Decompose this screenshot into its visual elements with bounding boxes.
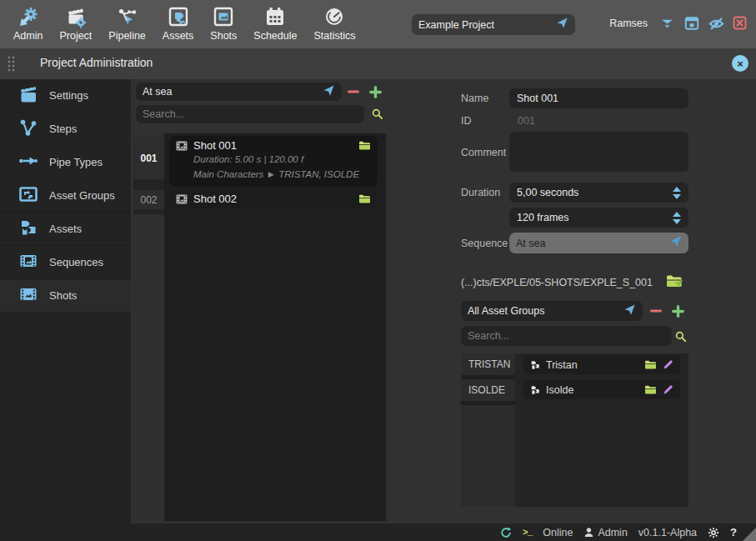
edit-pencil-icon[interactable] xyxy=(663,384,673,395)
duration-seconds-spinner[interactable]: 5,00 seconds xyxy=(509,183,688,203)
asset-row-id: ISOLDE xyxy=(461,379,515,401)
spinner-arrows[interactable] xyxy=(673,212,681,224)
statistics-icon xyxy=(323,5,346,28)
unassign-asset-button[interactable] xyxy=(646,302,666,320)
spin-up-icon[interactable] xyxy=(673,212,681,217)
shot-row-id: 001 xyxy=(133,138,164,179)
add-shot-button[interactable] xyxy=(365,81,385,103)
comment-label: Comment xyxy=(461,147,506,158)
id-label: ID xyxy=(461,115,472,127)
shot-folder-path: (...)cts/EXPLE/05-SHOTS/EXPLE_S_001 xyxy=(461,277,653,288)
assigned-assets-table[interactable]: TRISTAN ISOLDE Tristan Isolde xyxy=(461,353,688,507)
toolbar-right-cluster: Ramses xyxy=(609,16,748,31)
hide-to-tray-icon[interactable] xyxy=(684,16,699,31)
statistics-button-label: Statistics xyxy=(313,30,355,42)
asset-search-input[interactable] xyxy=(461,326,672,346)
asset-card-tristan[interactable]: Tristan xyxy=(523,355,680,374)
open-folder-icon[interactable] xyxy=(358,140,371,151)
asset-group-filter-combo[interactable]: All Asset Groups xyxy=(461,301,643,321)
user-menu-chevron-icon[interactable] xyxy=(660,16,675,31)
spin-down-icon[interactable] xyxy=(673,219,681,224)
ramses-window: Admin Project Pipeline xyxy=(0,0,756,541)
sidebar-item-settings[interactable]: Settings xyxy=(0,79,131,113)
asset-puzzle-icon xyxy=(530,360,540,370)
open-path-folder-icon[interactable] xyxy=(665,273,683,289)
shot-search-input[interactable] xyxy=(136,105,364,123)
sidebar-item-shots[interactable]: Shots xyxy=(0,279,131,313)
sidebar-item-label: Shots xyxy=(49,289,77,302)
sidebar-item-asset-groups[interactable]: Asset Groups xyxy=(0,179,131,213)
statistics-button[interactable]: Statistics xyxy=(305,3,363,43)
spin-down-icon[interactable] xyxy=(673,194,681,199)
hide-ui-eye-slash-icon[interactable] xyxy=(708,16,723,31)
console-button[interactable]: >_ xyxy=(523,528,532,538)
project-selector-value: Example Project xyxy=(418,19,556,31)
schedule-button[interactable]: Schedule xyxy=(245,3,305,43)
combo-cursor-icon xyxy=(556,17,568,33)
dock-close-button[interactable]: × xyxy=(732,55,748,72)
asset-id-column: TRISTAN ISOLDE xyxy=(461,353,515,507)
user-menu-label[interactable]: Ramses xyxy=(609,18,648,29)
row-gap xyxy=(133,179,164,190)
sequence-combo[interactable]: At sea xyxy=(509,233,688,253)
edit-pencil-icon[interactable] xyxy=(663,359,673,370)
sidebar-item-pipe-types[interactable]: Pipe Types xyxy=(0,146,131,179)
online-status[interactable]: Online xyxy=(543,527,573,538)
shot-title: Shot 001 xyxy=(193,139,353,152)
asset-puzzle-icon xyxy=(530,385,540,395)
comment-textarea[interactable] xyxy=(509,132,688,172)
help-button[interactable]: ? xyxy=(730,526,737,538)
toolbar-buttons: Admin Project Pipeline xyxy=(5,3,363,43)
duration-frames-spinner[interactable]: 120 frames xyxy=(509,208,688,228)
assign-asset-button[interactable] xyxy=(668,300,688,322)
assets-button[interactable]: Assets xyxy=(154,3,203,43)
sidebar-item-steps[interactable]: Steps xyxy=(0,113,131,146)
settings-gear-icon[interactable] xyxy=(708,527,719,538)
asset-card-isolde[interactable]: Isolde xyxy=(523,380,680,399)
admin-button[interactable]: Admin xyxy=(5,3,51,43)
shot-id-column: 001 002 xyxy=(133,133,164,521)
duration-seconds-value: 5,00 seconds xyxy=(517,187,673,198)
row-gap xyxy=(461,401,515,405)
sidebar-item-label: Pipe Types xyxy=(49,156,103,168)
quit-app-icon[interactable] xyxy=(733,16,748,31)
sidebar-item-sequences[interactable]: Sequences xyxy=(0,246,131,279)
project-button[interactable]: Project xyxy=(51,3,100,43)
app-version: v0.1.1-Alpha xyxy=(638,527,697,538)
user-icon xyxy=(583,527,594,538)
combo-cursor-icon xyxy=(669,235,682,251)
sidebar-item-label: Assets xyxy=(49,223,82,235)
main-toolbar: Admin Project Pipeline xyxy=(0,0,756,48)
shot-detail-panel: Name ID 001 Comment Duration 5,00 second… xyxy=(450,79,756,523)
shots-button[interactable]: Shots xyxy=(202,3,245,43)
duration-label: Duration xyxy=(461,187,500,198)
current-user-name: Admin xyxy=(598,527,627,538)
open-folder-icon[interactable] xyxy=(358,193,371,204)
shot-card-head: Shot 002 xyxy=(169,190,378,206)
drag-grip-icon[interactable] xyxy=(7,55,18,77)
pipeline-button[interactable]: Pipeline xyxy=(100,3,153,43)
shot-card-002[interactable]: Shot 002 xyxy=(169,190,378,209)
shot-card-001[interactable]: Shot 001 Duration: 5.00 s | 120.00 f Mai… xyxy=(169,136,378,187)
sequence-filter-combo[interactable]: At sea xyxy=(136,83,342,101)
spin-up-icon[interactable] xyxy=(673,187,681,192)
shot-list-panel: At sea 001 002 Shot 001 xyxy=(131,79,450,523)
refresh-button[interactable] xyxy=(500,527,512,538)
open-folder-icon[interactable] xyxy=(644,384,657,395)
search-icon xyxy=(368,104,385,123)
remove-shot-button[interactable] xyxy=(343,83,363,101)
duration-frames-value: 120 frames xyxy=(517,212,673,223)
shot-name-input[interactable] xyxy=(509,88,688,108)
current-user[interactable]: Admin xyxy=(583,527,627,538)
schedule-icon xyxy=(263,5,287,28)
combo-cursor-icon xyxy=(623,303,636,319)
shot-row-id: 002 xyxy=(133,190,164,209)
status-bar: >_ Online Admin v0.1.1-Alpha ? xyxy=(0,523,756,541)
sequence-label: Sequence xyxy=(461,238,508,249)
project-selector-combo[interactable]: Example Project xyxy=(412,14,575,35)
spinner-arrows[interactable] xyxy=(673,187,681,199)
sidebar-item-assets[interactable]: Assets xyxy=(0,213,131,246)
resize-grip[interactable] xyxy=(743,528,756,541)
open-folder-icon[interactable] xyxy=(644,359,657,370)
shot-list-viewport[interactable]: Shot 001 Duration: 5.00 s | 120.00 f Mai… xyxy=(164,133,386,521)
